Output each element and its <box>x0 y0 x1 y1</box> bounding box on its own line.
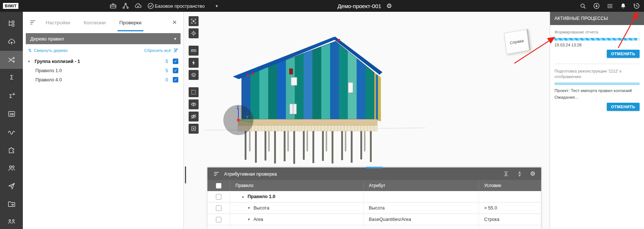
chevron-down-icon: ▾ <box>174 36 176 41</box>
sidebar-item-cloud-upload[interactable] <box>0 33 23 51</box>
project-settings-gear-icon[interactable]: ⚙ <box>386 3 392 9</box>
select-area-button[interactable] <box>189 87 199 97</box>
cancel-button[interactable]: ОТМЕНИТЬ <box>607 103 640 111</box>
clear-selection-button[interactable] <box>189 124 199 134</box>
column-header-attribute[interactable]: Атрибут <box>364 180 479 191</box>
layers-section-button[interactable] <box>189 70 199 80</box>
attribute-panel-header: Атрибутивная проверка ⚙ <box>207 168 541 180</box>
menu-list-icon[interactable] <box>606 3 613 10</box>
sidebar-item-structure[interactable] <box>0 15 23 33</box>
expand-down-icon[interactable]: ▼ <box>247 218 251 221</box>
locate-target-button[interactable] <box>189 28 199 38</box>
axis-z-label: Z <box>237 105 239 110</box>
collapse-caret-icon[interactable]: ▾ <box>28 59 35 63</box>
focus-model-button[interactable] <box>189 16 199 26</box>
panel-sort-icon[interactable] <box>29 19 36 26</box>
import-icon[interactable] <box>503 171 509 177</box>
door-annotation-card[interactable]: Справа <box>504 29 531 54</box>
sidebar-item-groups[interactable] <box>0 213 23 229</box>
process-item: Формирование отчета 19.03.24 13:28 ОТМЕН… <box>554 29 640 58</box>
row-checkbox[interactable] <box>216 194 221 200</box>
sidebar-item-sum-add[interactable]: Σ <box>0 87 23 105</box>
cloud-download-icon[interactable] <box>593 2 600 10</box>
collapse-rows-icon[interactable] <box>517 171 523 177</box>
sidebar-item-2d[interactable]: 2D <box>0 105 23 123</box>
sidebar-item-charts[interactable] <box>0 123 23 141</box>
sidebar-item-export-folder[interactable] <box>0 195 23 213</box>
collapse-tree-link[interactable]: ⇅ Свернуть дерево <box>28 48 68 53</box>
cancel-button[interactable]: ОТМЕНИТЬ <box>607 50 640 58</box>
cloud-upload-icon <box>7 38 16 46</box>
2d-view-icon: 2D <box>7 110 16 118</box>
collision-count: 5 <box>165 68 168 73</box>
cloud-check-icon[interactable] <box>134 2 142 10</box>
sidebar-item-collisions[interactable] <box>0 51 23 69</box>
active-processes-icon[interactable] <box>633 2 640 10</box>
tree-row[interactable]: Правило 4.0 0 ✓ <box>23 75 183 84</box>
show-eye-button[interactable] <box>189 99 199 109</box>
bimit-app: { "glyphs": { "gear": "⚙", "caret_down":… <box>0 0 644 229</box>
collision-count: 0 <box>165 77 168 82</box>
tree-row[interactable]: ▾ Группа коллизий - 1 5 ✓ <box>23 57 183 66</box>
settings-gear-icon[interactable]: ⚙ <box>530 171 535 177</box>
house-model[interactable] <box>230 36 384 165</box>
viewport-toolbar <box>189 16 199 136</box>
tree-row[interactable]: Правило 1.0 5 ✓ <box>23 66 183 75</box>
ruler-tool-button[interactable] <box>189 46 199 56</box>
folder-export-icon <box>7 200 16 208</box>
puzzle-icon <box>7 146 16 154</box>
sidebar-item-sum[interactable]: Σ <box>0 69 23 87</box>
sidebar-item-plugins[interactable] <box>0 141 23 159</box>
panel-sort-icon[interactable] <box>213 171 220 177</box>
collapse-up-icon[interactable]: ▲ <box>241 195 245 198</box>
processes-panel-header: АКТИВНЫЕ ПРОЦЕССЫ <box>550 12 644 25</box>
project-title-group: Демо-проект-001 ⚙ <box>337 3 392 9</box>
close-icon[interactable]: ✕ <box>172 19 177 26</box>
hide-eye-off-button[interactable] <box>189 112 199 121</box>
viewport-scrollbar-thumb[interactable] <box>185 166 186 183</box>
expand-down-icon[interactable]: ▼ <box>247 206 251 210</box>
team-hierarchy-icon[interactable] <box>122 2 129 10</box>
process-timestamp: 19.03.24 13:28 <box>554 43 640 47</box>
column-header-condition[interactable]: Условие <box>479 180 541 191</box>
search-icon[interactable] <box>580 3 587 10</box>
reset-all-link[interactable]: Сбросить всё <box>144 48 178 53</box>
topbar-right-icons <box>580 2 640 10</box>
table-row[interactable]: ▼Area BaseQuantities/Area Строка <box>207 214 541 225</box>
notifications-bell-icon[interactable] <box>620 3 627 10</box>
collision-count: 5 <box>165 59 168 64</box>
axis-gizmo[interactable]: Z Y <box>222 104 255 136</box>
rules-tree-label: Дерево правил <box>30 36 64 42</box>
rules-tree: ▾ Группа коллизий - 1 5 ✓ Правило 1.0 5 … <box>23 57 183 84</box>
tab-settings[interactable]: Настройки <box>46 12 70 33</box>
rule-checkbox[interactable]: ✓ <box>173 68 178 73</box>
table-row[interactable]: ▲Правило 1.0 <box>207 191 541 202</box>
sidebar-item-users[interactable] <box>0 159 23 177</box>
rule-checkbox[interactable]: ✓ <box>173 59 178 64</box>
check-circle-icon[interactable] <box>147 2 154 10</box>
column-header-rule[interactable]: Правило <box>230 180 364 191</box>
attribute-panel-title: Атрибутивная проверка <box>224 171 277 177</box>
toolbox-icon[interactable] <box>109 2 117 10</box>
clash-lightning-button[interactable] <box>189 58 199 68</box>
tab-checks[interactable]: Проверки <box>119 12 141 33</box>
svg-text:Σ: Σ <box>9 94 12 99</box>
workspace-selector[interactable]: Базовое пространство ▾ <box>155 3 218 9</box>
app-sidebar: Σ Σ 2D <box>0 12 23 229</box>
door-annotation-label: Справа <box>510 38 524 45</box>
rule-checkbox[interactable]: ✓ <box>173 77 178 82</box>
topbar-tools <box>109 2 154 10</box>
table-row[interactable]: ▼Высота Высота > 55.0 <box>207 202 541 214</box>
crossing-arrows-icon <box>7 56 16 64</box>
tab-collisions[interactable]: Коллизии <box>84 12 106 33</box>
checks-panel: Настройки Коллизии Проверки ✕ Дерево пра… <box>23 12 184 229</box>
row-checkbox[interactable] <box>216 205 221 211</box>
svg-text:Σ: Σ <box>10 74 13 81</box>
sidebar-item-send[interactable] <box>0 177 23 195</box>
row-checkbox[interactable] <box>216 217 221 222</box>
chevron-down-icon: ▾ <box>216 4 218 8</box>
rules-tree-dropdown[interactable]: Дерево правил ▾ <box>26 33 181 44</box>
panel-tab-bar: Настройки Коллизии Проверки ✕ <box>23 12 183 33</box>
select-all-checkbox[interactable] <box>216 183 221 189</box>
panel-resize-handle[interactable] <box>366 167 383 168</box>
